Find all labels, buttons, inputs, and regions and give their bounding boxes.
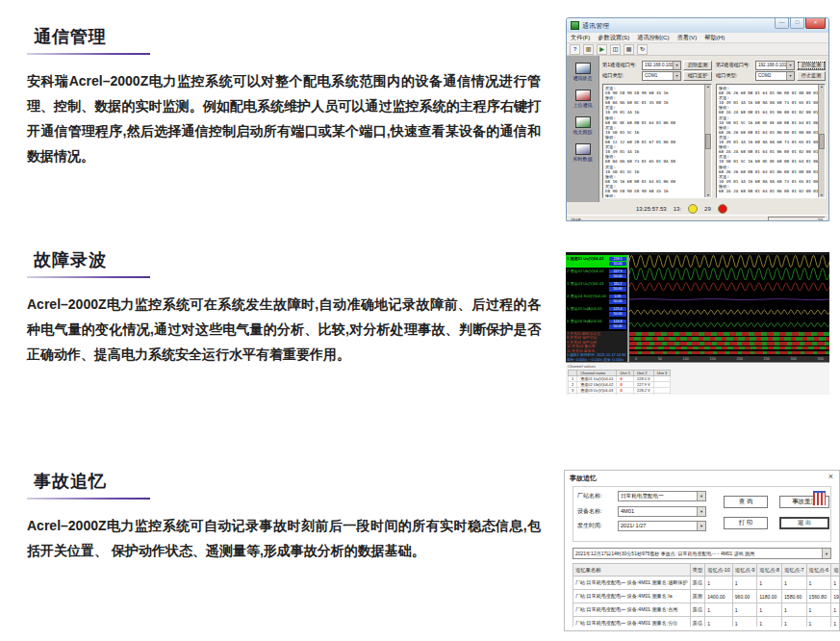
hex-log-lines: 发送: EB 90 EB 90 EB 90 68 45 16 接收: 68 0A…: [605, 86, 703, 198]
scroll-up-icon[interactable]: ▲: [820, 85, 823, 89]
wave-plot-area[interactable]: [629, 255, 829, 331]
menu-item[interactable]: 通讯控制(C): [637, 34, 669, 42]
recall-table: 追忆量名称类型追忆点-10追忆点-9追忆点-8追忆点-7追忆点-6追忆点-5追忆…: [573, 563, 839, 627]
digital-channel-bar: [629, 342, 829, 346]
title-underline: [27, 53, 150, 55]
scroll-up-icon[interactable]: ▲: [706, 85, 709, 89]
channel-name-cell: 通道02 Ub(V)04-02: [577, 382, 617, 388]
port-type-label: 端口类型:: [602, 72, 640, 79]
recall-value-cell: 1: [806, 617, 831, 628]
wave-channel-row[interactable]: 2 通道02 Ub(V)04-02227.950.00: [566, 268, 627, 280]
recall-table-row[interactable]: 厂站:日常耗电变配电一 设备:4M01 测量名:分位遥信1111111: [573, 617, 840, 628]
stop-monitor-button[interactable]: 端口监护: [683, 71, 712, 81]
port-number-combo[interactable]: 192.168.0.100▼: [642, 61, 681, 70]
value-cell: 125.4 A: [633, 394, 653, 396]
recall-type-cell: 遥信: [690, 603, 705, 617]
recall-value-cell: 1: [757, 617, 782, 628]
field-combobox[interactable]: 2021/ 1/27▼: [618, 521, 706, 531]
chevron-down-icon: ▼: [697, 492, 705, 500]
recall-table-row[interactable]: 厂站:日常耗电变配电一 设备:4M01 测量名:速断保护遥信1111111: [573, 577, 840, 590]
save-icon[interactable]: ◫: [610, 44, 621, 55]
exit-button[interactable]: 退 出: [779, 517, 829, 529]
recall-table-row[interactable]: 厂站:日常耗电变配电一 设备:4M01 测量名:Ia遥测1400.00960.0…: [573, 590, 840, 603]
view-icon[interactable]: ▦: [624, 44, 634, 55]
field-combobox[interactable]: 日常耗电变配电一▼: [618, 491, 706, 501]
recall-table-row[interactable]: 厂站:日常耗电变配电一 设备:4M01 测量名:合闸遥信1111111: [573, 603, 840, 617]
chevron-down-icon: ▼: [786, 62, 794, 69]
digital-channel-bar: [629, 337, 829, 341]
refresh-icon[interactable]: ↻: [637, 44, 648, 55]
start-icon[interactable]: ▶: [597, 44, 607, 55]
axis-tick: 100: [683, 356, 690, 361]
close-button[interactable]: ×: [805, 18, 826, 29]
sidebar-item[interactable]: 上位通讯: [573, 90, 593, 108]
query-button[interactable]: 查 询: [724, 496, 768, 508]
recall-value-cell: 1180.00: [757, 590, 782, 603]
column-header: 追忆点-8: [757, 564, 782, 577]
help-icon[interactable]: ?: [570, 44, 580, 55]
port-number-label: 第1通道端口号:: [602, 62, 640, 68]
maximize-button[interactable]: □: [790, 18, 804, 29]
chevron-down-icon: ▼: [697, 522, 705, 530]
sidebar-item-label: 通讯状态: [573, 75, 593, 81]
scroll-thumb[interactable]: [705, 134, 711, 149]
menu-item[interactable]: 文件(F): [571, 34, 590, 42]
wave-channel-value: 50.00: [609, 312, 626, 316]
status-bar: 就绪 24: [567, 215, 828, 221]
scroll-down-icon[interactable]: ▼: [820, 193, 823, 197]
scrollbar[interactable]: ▲▼: [818, 85, 825, 197]
wave-channel-row[interactable]: 3 通道03 Uc(V)04-03115.250.00: [566, 280, 627, 293]
wave-channel-name: 1 通道01 Ua(V)04-01: [567, 257, 608, 269]
print-button[interactable]: 打 印: [724, 517, 768, 529]
comm-status-row: 13:25:57.53 13: 29: [567, 202, 828, 215]
recall-type-cell: 遥信: [690, 577, 705, 590]
digital-bars-area: 050100150200250300350: [629, 331, 829, 362]
port-type-combo[interactable]: COM2▼: [755, 71, 795, 81]
wave-channel-row[interactable]: 1 通道01 Ua(V)04-01228.550.00: [566, 255, 627, 268]
open-icon[interactable]: ▥: [583, 44, 594, 55]
app-icon: [571, 21, 579, 30]
close-icon[interactable]: ×: [828, 472, 833, 481]
window-titlebar[interactable]: 通讯管理 — □ ×: [567, 18, 828, 33]
recall-value-cell: 1: [705, 617, 733, 628]
wave-channel-row[interactable]: 6 通道06 Ib(A)04-06124.850.00: [566, 318, 627, 330]
table-row[interactable]: 4通道04 Ia(A)04-040125.4 A: [569, 394, 671, 396]
sidebar-item[interactable]: 电文跟踪: [573, 116, 593, 135]
minimize-button[interactable]: —: [775, 18, 789, 29]
stop-monitor-button[interactable]: 停止监测: [797, 71, 826, 81]
recall-value-cell: 1: [806, 603, 831, 617]
menu-item[interactable]: 查看(V): [677, 34, 698, 42]
menu-bar: 文件(F)参数设置(S)通讯控制(C)查看(V)帮助(H): [567, 33, 828, 43]
start-monitor-button[interactable]: 启动监测: [683, 61, 712, 70]
wave-channel-value: 50.00: [609, 324, 626, 328]
wave-channel-value: 0.35: [609, 295, 626, 298]
hex-log-area[interactable]: 接收: 68 26 26 68 08 01 64 01 06 00 01 00 …: [716, 84, 826, 198]
recall-value-cell: 1: [831, 577, 839, 590]
sidebar-item-icon: [575, 116, 591, 128]
menu-item[interactable]: 参数设置(S): [598, 34, 629, 42]
port-type-combo[interactable]: COM1▼: [642, 71, 681, 81]
wave-channel-row[interactable]: 4 通道04 3U0(V)04-040.3550.00: [566, 293, 627, 305]
comm-channel-panel: 第1通道端口号:192.168.0.100▼启动监测端口类型:COM1▼端口监护…: [602, 60, 712, 198]
wave-channel-row[interactable]: 5 通道05 Ia(A)04-05125.450.00: [566, 305, 627, 318]
scroll-thumb[interactable]: [819, 134, 825, 149]
dialog-title: 事故追忆: [570, 474, 597, 483]
start-monitor-button[interactable]: 启动监测: [797, 61, 826, 70]
recall-value-cell: 1: [732, 577, 757, 590]
scrollbar[interactable]: ▲▼: [704, 85, 711, 197]
recall-value-cell: 1920.00: [831, 590, 839, 603]
sidebar-item[interactable]: 实时数据: [573, 143, 593, 162]
event-combobox[interactable]: 2021年12月17日14时30分51秒975毫秒 事故点: 日常耗电变配电一 …: [573, 548, 831, 559]
field-combobox[interactable]: 4M01▼: [618, 506, 706, 517]
recall-name-cell: 厂站:日常耗电变配电一 设备:4M01 测量名:分位: [573, 617, 691, 628]
accident-recall-dialog: 事故追忆 × 厂站名称:日常耗电变配电一▼设备名称:4M01▼发生时间:2021…: [564, 470, 840, 631]
port-number-combo[interactable]: 192.168.0.101▼: [755, 61, 795, 70]
scroll-down-icon[interactable]: ▼: [706, 193, 709, 197]
digital-channel-list: 7 开关01 断路器合位8 开关02 保护启动9 开关03 保护动作10 开关0…: [566, 331, 629, 362]
wave-channel-value: 50.00: [609, 299, 626, 303]
chart-stripes-icon[interactable]: [813, 491, 826, 505]
menu-item[interactable]: 帮助(H): [704, 34, 725, 42]
column-header: 追忆点-6: [806, 564, 831, 577]
hex-log-area[interactable]: 发送: EB 90 EB 90 EB 90 68 45 16 接收: 68 0A…: [602, 84, 712, 198]
sidebar-item[interactable]: 通讯状态: [573, 63, 593, 81]
